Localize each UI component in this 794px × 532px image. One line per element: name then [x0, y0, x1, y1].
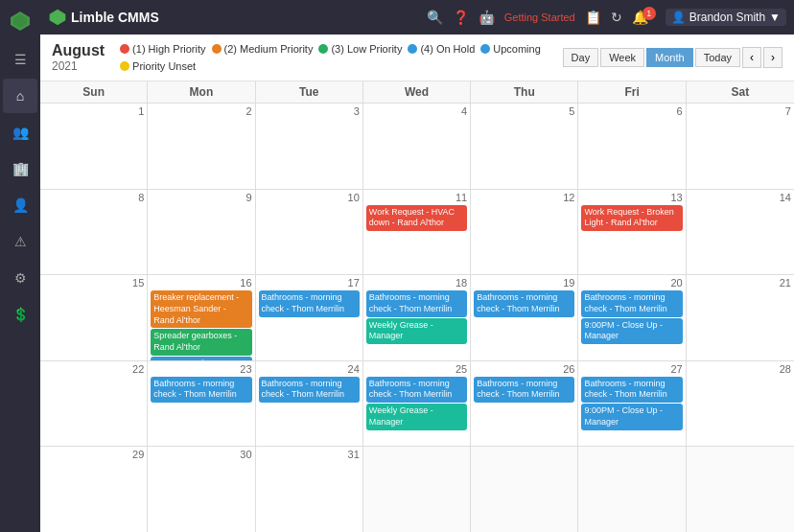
calendar-cell[interactable]: [471, 447, 578, 532]
calendar-event[interactable]: Bathrooms - morning check - Thom Merrili…: [366, 290, 467, 316]
cell-date: 11: [366, 192, 467, 203]
calendar-event[interactable]: Bathrooms - morning check - Thom Merrili…: [474, 377, 574, 403]
calendar-cell[interactable]: [363, 447, 471, 532]
cell-date: 2: [151, 105, 251, 117]
bookmark-icon[interactable]: 📋: [585, 10, 601, 25]
brand-name: Limble CMMS: [71, 10, 159, 25]
calendar-title: August 2021: [52, 42, 105, 73]
calendar-event[interactable]: Bathrooms - morning check - Thom Merrili…: [581, 377, 682, 403]
calendar-cell[interactable]: 30: [148, 447, 255, 532]
calendar-cell[interactable]: 23Bathrooms - morning check - Thom Merri…: [148, 361, 255, 447]
calendar-cell[interactable]: 9: [148, 190, 255, 275]
user-menu[interactable]: 👤 Brandon Smith ▼: [666, 9, 786, 26]
getting-started-label[interactable]: Getting Started: [504, 12, 575, 23]
calendar-event[interactable]: 9:00PM - Close Up - Manager: [581, 404, 682, 429]
calendar-event[interactable]: Spreader gearboxes - Rand Al'thor: [151, 329, 251, 355]
calendar-cell[interactable]: 31: [256, 447, 363, 532]
calendar-event[interactable]: Bathrooms - morning check - Thom Merrili…: [259, 377, 360, 403]
calendar-cell[interactable]: 29: [40, 447, 148, 532]
calendar-cell[interactable]: 21: [687, 275, 794, 360]
robot-icon[interactable]: 🤖: [479, 10, 495, 25]
calendar-cell[interactable]: 22: [40, 361, 148, 447]
calendar-week: 1516Breaker replacement - Heesman Sander…: [40, 275, 794, 361]
cell-date: 17: [259, 277, 360, 289]
calendar-cell[interactable]: 5: [471, 104, 578, 189]
calendar-cell[interactable]: 25Bathrooms - morning check - Thom Merri…: [363, 361, 471, 447]
view-day-button[interactable]: Day: [563, 48, 599, 67]
legend-label: (4) On Hold: [420, 43, 475, 55]
cell-date: 14: [689, 192, 791, 203]
sidebar-item-money[interactable]: 💲: [3, 297, 37, 332]
calendar-cell[interactable]: 28: [687, 361, 794, 447]
calendar-cell[interactable]: 7: [687, 104, 794, 189]
calendar-event[interactable]: 9:00PM - Close Up - Manager: [581, 318, 682, 344]
cell-date: 27: [581, 363, 682, 375]
calendar-cell[interactable]: 15: [40, 275, 148, 360]
calendar-event[interactable]: Bathrooms - morning check - Thom Merrili…: [474, 290, 574, 316]
cell-date: 6: [581, 105, 682, 117]
sidebar-item-alert[interactable]: ⚠: [3, 224, 37, 259]
day-name: Thu: [471, 81, 578, 103]
calendar-cell[interactable]: 16Breaker replacement - Heesman Sander -…: [148, 275, 255, 360]
calendar-event[interactable]: Weekly Grease - Manager: [366, 404, 467, 429]
refresh-icon[interactable]: ↻: [611, 10, 622, 25]
cell-date: 21: [689, 277, 791, 289]
day-name: Wed: [363, 81, 471, 103]
next-month-button[interactable]: ›: [763, 47, 782, 68]
calendar-cell[interactable]: 18Bathrooms - morning check - Thom Merri…: [363, 275, 471, 360]
calendar-cell[interactable]: [687, 447, 794, 532]
sidebar-item-settings[interactable]: ⚙: [3, 261, 37, 295]
calendar-cell[interactable]: 27Bathrooms - morning check - Thom Merri…: [578, 361, 686, 447]
calendar-cell[interactable]: 10: [256, 190, 363, 275]
cell-date: 18: [366, 277, 467, 289]
calendar-cell[interactable]: 17Bathrooms - morning check - Thom Merri…: [256, 275, 363, 360]
sidebar-item-building[interactable]: 🏢: [3, 151, 37, 186]
calendar-week: 2223Bathrooms - morning check - Thom Mer…: [40, 361, 794, 448]
calendar-cell[interactable]: 2: [148, 104, 255, 189]
calendar-cell[interactable]: 8: [40, 190, 148, 275]
search-icon[interactable]: 🔍: [427, 10, 443, 25]
view-today-button[interactable]: Today: [695, 48, 740, 67]
calendar-cell[interactable]: 12: [471, 190, 578, 275]
calendar-cell[interactable]: 24Bathrooms - morning check - Thom Merri…: [256, 361, 363, 447]
sidebar-item-user[interactable]: 👤: [3, 188, 37, 222]
legend-label: (2) Medium Priority: [224, 43, 314, 55]
calendar-cell[interactable]: 6: [578, 104, 686, 189]
legend-dot: [318, 44, 328, 54]
legend-dot: [212, 44, 222, 54]
calendar-cell[interactable]: 19Bathrooms - morning check - Thom Merri…: [471, 275, 578, 360]
sidebar-item-menu[interactable]: ☰: [3, 42, 37, 77]
view-month-button[interactable]: Month: [646, 48, 693, 67]
calendar-event[interactable]: Weekly Grease - Manager: [366, 318, 467, 344]
calendar-event[interactable]: Bathrooms - morning check - Thom Merrili…: [151, 377, 251, 403]
cell-date: 25: [366, 363, 467, 375]
calendar-event[interactable]: Work Request - Broken Light - Rand Al'th…: [581, 205, 682, 231]
calendar-cell[interactable]: 11Work Request - HVAC down - Rand Al'tho…: [363, 190, 471, 275]
cell-date: 8: [43, 192, 144, 203]
calendar-cell[interactable]: 13Work Request - Broken Light - Rand Al'…: [578, 190, 686, 275]
calendar-event[interactable]: Work Request - HVAC down - Rand Al'thor: [366, 205, 467, 231]
calendar-event[interactable]: Breaker replacement - Heesman Sander - R…: [151, 290, 251, 328]
calendar-cell[interactable]: [578, 447, 686, 532]
calendar-cell[interactable]: 4: [363, 104, 471, 189]
legend-label: (1) High Priority: [132, 43, 205, 55]
calendar-event[interactable]: 3:00PM - Solar Canopy - Rand Al'thor: [151, 357, 251, 360]
calendar-week: 891011Work Request - HVAC down - Rand Al…: [40, 190, 794, 276]
legend-item: Upcoming: [480, 43, 541, 55]
sidebar-item-home[interactable]: ⌂: [3, 79, 37, 113]
prev-month-button[interactable]: ‹: [742, 47, 761, 68]
calendar-cell[interactable]: 26Bathrooms - morning check - Thom Merri…: [471, 361, 578, 447]
calendar-cell[interactable]: 1: [40, 104, 148, 189]
day-name: Sun: [40, 81, 148, 103]
calendar-cell[interactable]: 20Bathrooms - morning check - Thom Merri…: [578, 275, 686, 360]
notification-area[interactable]: 🔔 1: [632, 10, 656, 25]
help-icon[interactable]: ❓: [453, 10, 469, 25]
calendar-event[interactable]: Bathrooms - morning check - Thom Merrili…: [581, 290, 682, 316]
calendar-cell[interactable]: 3: [256, 104, 363, 189]
calendar-cell[interactable]: 14: [687, 190, 794, 275]
sidebar-item-people[interactable]: 👥: [3, 115, 37, 150]
calendar-event[interactable]: Bathrooms - morning check - Thom Merrili…: [259, 290, 360, 316]
view-week-button[interactable]: Week: [600, 48, 644, 67]
calendar-days-header: SunMonTueWedThuFriSat: [40, 81, 794, 104]
calendar-event[interactable]: Bathrooms - morning check - Thom Merrili…: [366, 377, 467, 403]
